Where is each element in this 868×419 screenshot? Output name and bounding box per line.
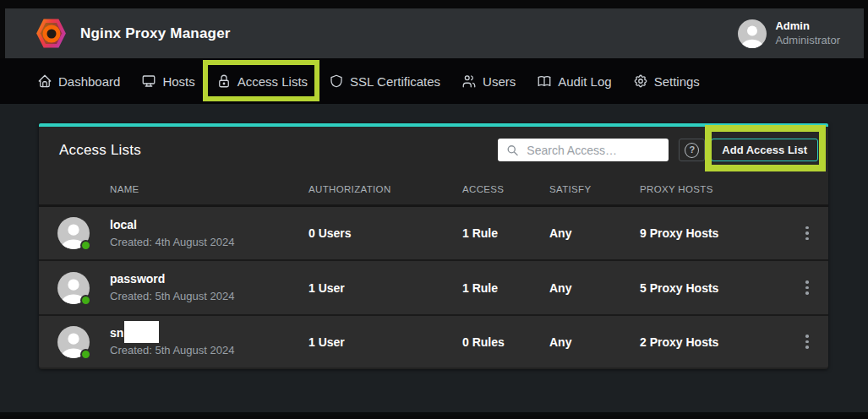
row-menu-kebab-icon[interactable] — [801, 331, 813, 352]
proxy-hosts-value: 9 Proxy Hosts — [640, 226, 801, 240]
gear-icon — [633, 73, 648, 89]
access-lists-panel: Access Lists ? Add Access List NAME AUTH… — [39, 123, 828, 369]
home-icon — [37, 73, 52, 89]
nav-label: Dashboard — [58, 74, 120, 89]
nav-item-dashboard[interactable]: Dashboard — [37, 73, 120, 89]
nav-label: Settings — [654, 74, 700, 89]
main-nav: Dashboard Hosts Access Lists SSL Certifi… — [0, 58, 868, 104]
user-name: Admin — [775, 19, 840, 33]
question-mark-icon: ? — [685, 143, 699, 158]
lock-icon — [216, 73, 232, 89]
satisfy-value: Any — [549, 226, 640, 240]
satisfy-value: Any — [549, 281, 640, 295]
nav-item-audit-log[interactable]: Audit Log — [537, 73, 611, 89]
access-list-created: Created: 5th August 2024 — [110, 342, 308, 359]
table-row[interactable]: password Created: 5th August 2024 1 User… — [39, 259, 828, 314]
help-button[interactable]: ? — [679, 139, 705, 161]
table-header: NAME AUTHORIZATION ACCESS SATISFY PROXY … — [39, 173, 828, 204]
monitor-icon — [141, 73, 156, 89]
status-online-dot — [80, 295, 91, 306]
add-access-list-label: Add Access List — [722, 144, 807, 156]
nav-label: Hosts — [162, 74, 194, 89]
shield-icon — [329, 73, 344, 89]
column-header-authorization: AUTHORIZATION — [308, 184, 462, 194]
nav-label: Audit Log — [558, 74, 611, 89]
nav-item-users[interactable]: Users — [461, 73, 516, 89]
page-background: Access Lists ? Add Access List NAME AUTH… — [0, 104, 868, 416]
access-list-created: Created: 5th August 2024 — [110, 288, 308, 305]
redaction-overlay — [124, 321, 159, 343]
authorization-value: 1 User — [308, 335, 462, 349]
book-icon — [537, 73, 552, 89]
nav-item-hosts[interactable]: Hosts — [141, 73, 194, 89]
proxy-hosts-value: 5 Proxy Hosts — [640, 281, 801, 295]
access-value: 0 Rules — [462, 335, 549, 349]
person-icon — [738, 19, 767, 48]
users-icon — [461, 73, 477, 89]
table-row[interactable]: sn Created: 5th August 2024 1 User 0 Rul… — [39, 314, 828, 369]
nav-label: Access Lists — [237, 74, 308, 89]
column-header-satisfy: SATISFY — [549, 184, 640, 194]
satisfy-value: Any — [549, 335, 640, 349]
proxy-hosts-value: 2 Proxy Hosts — [640, 335, 801, 349]
access-list-created: Created: 4th August 2024 — [110, 234, 308, 251]
user-avatar — [738, 19, 767, 48]
app-header: Nginx Proxy Manager Admin Administrator — [5, 8, 864, 58]
app-title: Nginx Proxy Manager — [80, 25, 231, 42]
access-value: 1 Rule — [462, 281, 549, 295]
access-list-name: password — [110, 270, 308, 288]
authorization-value: 1 User — [308, 281, 462, 295]
app-logo-icon — [35, 18, 67, 49]
bottom-edge — [0, 412, 868, 416]
nav-item-settings[interactable]: Settings — [633, 73, 700, 89]
access-value: 1 Rule — [462, 226, 549, 240]
column-header-proxy-hosts: PROXY HOSTS — [640, 184, 801, 194]
column-header-access: ACCESS — [462, 184, 549, 194]
table-row[interactable]: local Created: 4th August 2024 0 Users 1… — [39, 204, 828, 259]
row-menu-kebab-icon[interactable] — [801, 277, 813, 298]
user-role: Administrator — [775, 34, 840, 47]
authorization-value: 0 Users — [308, 226, 462, 240]
nav-item-access-lists[interactable]: Access Lists — [216, 73, 308, 89]
search-box — [498, 139, 669, 161]
add-access-list-button[interactable]: Add Access List — [711, 139, 818, 161]
status-online-dot — [80, 349, 91, 360]
nav-label: SSL Certificates — [350, 74, 440, 89]
search-input[interactable] — [498, 139, 669, 161]
nav-item-ssl-certificates[interactable]: SSL Certificates — [329, 73, 440, 89]
page-title: Access Lists — [59, 142, 141, 159]
status-online-dot — [80, 240, 91, 251]
column-header-name: NAME — [110, 184, 308, 194]
search-icon — [506, 144, 519, 156]
user-menu[interactable]: Admin Administrator — [738, 19, 840, 48]
access-list-name: local — [110, 216, 308, 234]
row-menu-kebab-icon[interactable] — [801, 223, 813, 244]
nav-label: Users — [483, 74, 516, 89]
